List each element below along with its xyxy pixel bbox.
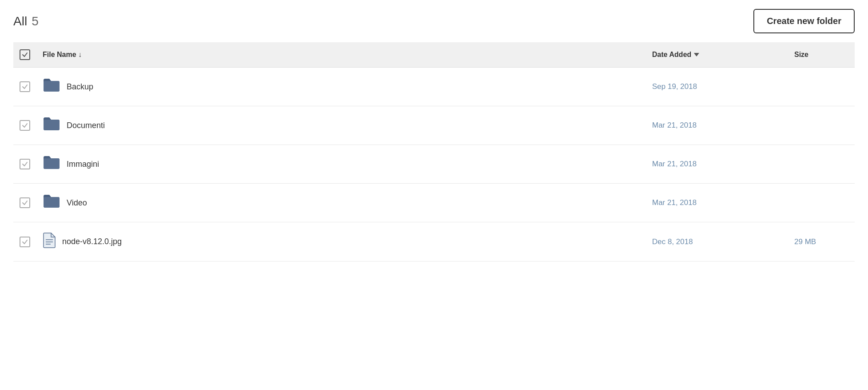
header-left: All 5 [13,14,39,28]
row-size-cell [788,145,855,184]
header-row: All 5 Create new folder [13,9,855,33]
filename-text[interactable]: Immagini [67,160,99,169]
filename-text[interactable]: Backup [67,82,93,92]
th-date[interactable]: Date Added [646,42,788,68]
th-filename[interactable]: File Name ↓ [36,42,646,68]
file-table: File Name ↓ Date Added Size [13,42,855,261]
checkbox-checkmark-icon [22,122,28,129]
row-checkbox[interactable] [20,81,30,92]
row-date-cell: Sep 19, 2018 [646,68,788,106]
row-size-cell [788,106,855,145]
create-folder-button[interactable]: Create new folder [753,9,855,33]
th-checkbox [13,42,36,68]
table-row: Documenti Mar 21, 2018 [13,106,855,145]
filename-cell: Backup [43,77,640,96]
row-size-cell [788,68,855,106]
header-label: All [13,14,27,28]
row-filename-cell: Backup [36,68,646,106]
row-date-cell: Dec 8, 2018 [646,222,788,261]
filename-text[interactable]: Documenti [67,121,105,130]
table-row: Video Mar 21, 2018 [13,184,855,222]
date-text: Mar 21, 2018 [652,121,697,129]
checkmark-icon [22,52,28,58]
checkbox-checkmark-icon [22,200,28,206]
filename-text[interactable]: Video [67,198,87,208]
table-body: Backup Sep 19, 2018 Documenti Mar 21, 20… [13,68,855,261]
row-checkbox[interactable] [20,159,30,169]
date-text: Sep 19, 2018 [652,82,697,91]
filename-cell: node-v8.12.0.jpg [43,232,640,251]
row-checkbox-cell [13,68,36,106]
folder-icon [43,77,60,96]
table-header-row: File Name ↓ Date Added Size [13,42,855,68]
row-checkbox-cell [13,106,36,145]
row-checkbox[interactable] [20,237,30,247]
row-date-cell: Mar 21, 2018 [646,145,788,184]
row-size-cell [788,184,855,222]
table-row: Immagini Mar 21, 2018 [13,145,855,184]
table-row: node-v8.12.0.jpg Dec 8, 201829 MB [13,222,855,261]
row-checkbox-cell [13,184,36,222]
row-date-cell: Mar 21, 2018 [646,184,788,222]
checkbox-checkmark-icon [22,161,28,167]
page-container: All 5 Create new folder File Name ↓ [0,0,868,390]
header-count: 5 [32,14,39,28]
filename-sort-icon: ↓ [78,51,82,58]
date-text: Dec 8, 2018 [652,237,693,246]
th-filename-label: File Name [43,51,76,58]
date-text: Mar 21, 2018 [652,160,697,168]
checkbox-checkmark-icon [22,84,28,90]
row-filename-cell: Video [36,184,646,222]
date-sort-down-icon [694,53,699,56]
row-checkbox-cell [13,222,36,261]
filename-cell: Immagini [43,155,640,173]
table-row: Backup Sep 19, 2018 [13,68,855,106]
th-size-label: Size [794,51,808,58]
filename-cell: Video [43,193,640,212]
select-all-checkbox[interactable] [20,49,30,60]
folder-icon [43,116,60,135]
row-filename-cell: Documenti [36,106,646,145]
file-icon [43,232,56,251]
row-date-cell: Mar 21, 2018 [646,106,788,145]
checkbox-checkmark-icon [22,239,28,245]
th-date-label: Date Added [652,51,691,59]
th-size[interactable]: Size [788,42,855,68]
row-size-cell: 29 MB [788,222,855,261]
row-filename-cell: node-v8.12.0.jpg [36,222,646,261]
row-checkbox-cell [13,145,36,184]
filename-cell: Documenti [43,116,640,135]
row-checkbox[interactable] [20,197,30,208]
row-checkbox[interactable] [20,120,30,131]
folder-icon [43,155,60,173]
row-filename-cell: Immagini [36,145,646,184]
date-text: Mar 21, 2018 [652,198,697,207]
folder-icon [43,193,60,212]
size-text: 29 MB [794,237,816,246]
filename-text[interactable]: node-v8.12.0.jpg [62,237,122,246]
